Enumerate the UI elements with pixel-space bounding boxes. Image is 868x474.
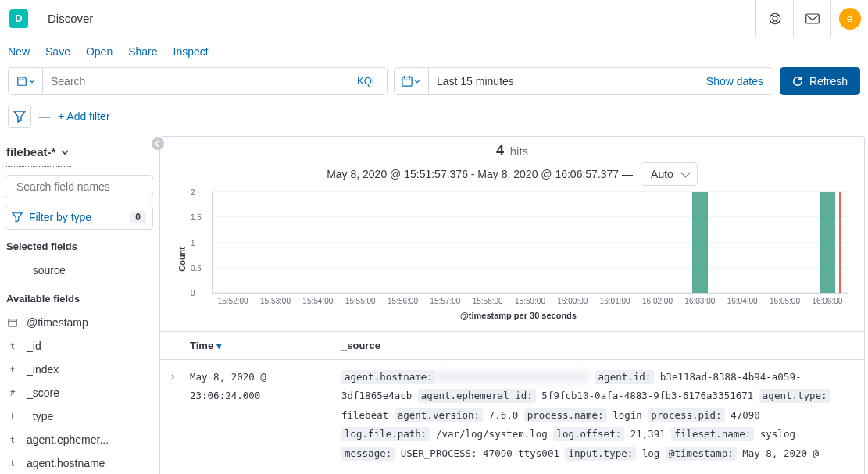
field-key: agent.hostname:	[341, 370, 436, 384]
svg-line-4	[772, 21, 773, 23]
field-name: @timestamp	[27, 316, 88, 329]
field-key: process.pid:	[648, 408, 724, 422]
x-tick: 15:55:00	[345, 297, 376, 305]
x-tick: 16:01:00	[600, 297, 630, 305]
column-time-header[interactable]: Time ▾	[185, 340, 341, 351]
filter-by-type-button[interactable]: Filter by type 0	[5, 205, 153, 230]
field-item[interactable]: t_index	[5, 358, 153, 381]
field-search-input[interactable]	[16, 180, 153, 193]
x-tick: 15:53:00	[260, 297, 291, 305]
field-key: fileset.name:	[671, 427, 754, 441]
svg-rect-6	[805, 14, 819, 23]
field-item[interactable]: @timestamp	[5, 311, 153, 334]
selected-fields-label: Selected fields	[6, 241, 152, 252]
svg-line-5	[776, 21, 777, 23]
filter-count-badge: 0	[130, 211, 146, 223]
histogram-bar[interactable]	[692, 192, 708, 293]
kql-toggle[interactable]: KQL	[348, 68, 387, 94]
available-fields-label: Available fields	[6, 293, 152, 305]
refresh-button[interactable]: Refresh	[780, 67, 860, 95]
row-time: May 8, 2020 @ 23:06:24.000	[185, 368, 341, 463]
search-input[interactable]	[43, 68, 348, 94]
x-tick: 16:02:00	[642, 297, 673, 305]
field-item[interactable]: #_score	[5, 381, 153, 405]
mail-icon[interactable]	[793, 0, 830, 37]
field-type-icon: t	[6, 458, 19, 469]
interval-select[interactable]: Auto	[641, 162, 698, 186]
x-tick: 16:05:00	[770, 297, 800, 305]
hits-count: 4	[496, 143, 504, 159]
x-tick: 15:56:00	[388, 297, 418, 305]
field-type-icon: t	[6, 365, 19, 375]
x-axis-label: @timestamp per 30 seconds	[188, 308, 848, 326]
field-item[interactable]: t_type	[5, 405, 153, 428]
field-type-icon: t	[6, 435, 19, 445]
field-name: agent.ephemer...	[27, 433, 109, 446]
field-item[interactable]: tagent.hostname	[5, 451, 153, 474]
user-avatar[interactable]: e	[830, 0, 868, 37]
field-key: log.file.path:	[341, 427, 430, 441]
refresh-icon	[792, 76, 803, 87]
svg-line-3	[776, 14, 777, 16]
field-type-icon: t	[6, 412, 19, 422]
show-dates-button[interactable]: Show dates	[697, 68, 773, 94]
field-item[interactable]: _source	[5, 258, 153, 282]
field-name: agent.hostname	[27, 457, 105, 469]
x-tick: 16:04:00	[727, 297, 758, 305]
field-key: process.name:	[524, 408, 607, 422]
chevron-down-icon	[60, 148, 70, 157]
divider: —	[39, 110, 50, 123]
help-icon[interactable]	[755, 0, 793, 37]
field-name: _source	[27, 264, 66, 276]
filter-icon	[12, 212, 23, 223]
field-name: _score	[27, 387, 59, 399]
row-source: agent.hostname:xxxxxxxxxxxxxxxxxxxxxxxxx…	[341, 368, 864, 463]
now-marker	[839, 192, 841, 293]
app-logo[interactable]: D	[9, 9, 28, 28]
page-title: Discover	[38, 0, 93, 37]
field-name: _type	[27, 410, 53, 422]
x-tick: 16:03:00	[684, 297, 715, 305]
x-tick: 15:57:00	[430, 297, 460, 305]
svg-rect-15	[9, 319, 17, 327]
open-button[interactable]: Open	[86, 45, 113, 58]
field-name: _index	[27, 363, 59, 376]
hits-label: hits	[510, 144, 528, 158]
histogram-chart[interactable]: 00.511.52	[212, 192, 848, 294]
add-filter-button[interactable]: + Add filter	[58, 110, 110, 123]
x-tick: 15:59:00	[515, 297, 545, 305]
y-tick: 1	[191, 238, 195, 247]
index-pattern-selector[interactable]: filebeat-*	[5, 142, 71, 167]
table-row: › May 8, 2020 @ 23:06:24.000 agent.hostn…	[160, 360, 864, 474]
field-key: log.offset:	[553, 427, 624, 441]
saved-query-button[interactable]	[9, 68, 43, 94]
share-button[interactable]: Share	[128, 45, 157, 58]
field-key: input.type:	[565, 447, 636, 461]
column-source-header[interactable]: _source	[341, 340, 864, 351]
field-name: _id	[27, 340, 41, 352]
sort-down-icon: ▾	[216, 340, 222, 351]
field-search[interactable]	[5, 175, 153, 198]
save-button[interactable]: Save	[45, 45, 70, 58]
new-button[interactable]: New	[8, 45, 30, 58]
filter-menu-button[interactable]	[8, 105, 31, 128]
histogram-bar[interactable]	[820, 192, 835, 293]
y-tick: 1.5	[191, 213, 202, 222]
svg-rect-7	[20, 77, 23, 80]
field-item[interactable]: t_id	[5, 334, 153, 358]
date-picker-button[interactable]	[395, 68, 429, 94]
avatar: e	[839, 8, 861, 30]
x-tick: 15:58:00	[473, 297, 503, 305]
time-range[interactable]: Last 15 minutes	[429, 68, 697, 94]
time-range-text: May 8, 2020 @ 15:51:57.376 - May 8, 2020…	[327, 168, 633, 180]
field-key: message:	[341, 447, 395, 461]
inspect-button[interactable]: Inspect	[173, 45, 209, 58]
x-tick: 15:52:00	[218, 297, 248, 305]
field-item[interactable]: tagent.ephemer...	[5, 428, 153, 451]
svg-point-1	[773, 16, 777, 21]
collapse-sidebar-button[interactable]	[152, 137, 164, 150]
field-type-icon: t	[6, 341, 19, 351]
svg-point-0	[770, 13, 780, 24]
field-key: agent.type:	[759, 389, 830, 403]
expand-row-button[interactable]: ›	[160, 368, 185, 463]
